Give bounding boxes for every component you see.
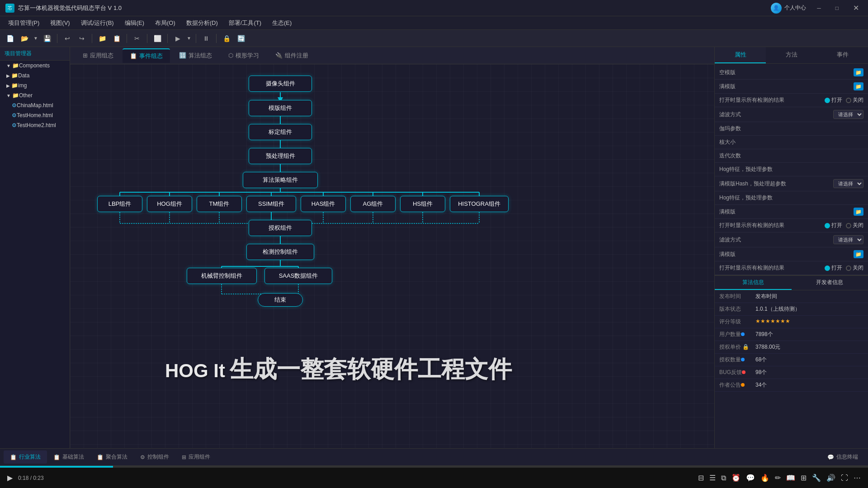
brush-btn[interactable]: ✏ xyxy=(775,474,781,482)
video-controls: ▶ 0:18 / 0:23 ⊟ ☰ ⧉ ⏰ 💬 🔥 ✏ 📖 ⊞ 🔧 🔊 ⛶ ⋯ xyxy=(0,468,868,488)
node-tm[interactable]: TM组件 xyxy=(197,196,242,212)
node-histogram[interactable]: HISTOGRA组件 xyxy=(450,196,509,212)
menu-project[interactable]: 项目管理(P) xyxy=(4,17,44,29)
tree-item-data[interactable]: ▶ 📁 Data xyxy=(0,71,70,81)
node-lbp[interactable]: LBP组件 xyxy=(97,196,142,212)
fire-btn[interactable]: 🔥 xyxy=(760,474,769,482)
canvas-area[interactable]: 摄像头组件 模版组件 标定组件 预处理组件 算法策略组件 LBP组件 HOG组件 xyxy=(70,64,714,448)
algo-tab-developer[interactable]: 开发者信息 xyxy=(792,276,868,290)
node-template[interactable]: 模版组件 xyxy=(249,100,312,116)
node-calibrate[interactable]: 标定组件 xyxy=(249,124,312,140)
tree-item-img[interactable]: ▶ 📁 img xyxy=(0,81,70,90)
open-btn[interactable]: 📂 xyxy=(18,33,31,44)
radio-close[interactable]: 关闭 xyxy=(846,96,863,104)
list-btn[interactable]: ☰ xyxy=(709,474,716,482)
filter-method2-select[interactable]: 请选择 xyxy=(833,235,863,244)
tab-comp-register[interactable]: 🔌 组件注册 xyxy=(268,49,316,62)
radio-open2[interactable]: 打开 xyxy=(825,222,842,229)
tab-model-learning[interactable]: ⬡ 模形学习 xyxy=(221,49,266,62)
pause-btn[interactable]: ⏸ xyxy=(200,33,212,44)
special-btn[interactable]: ⊞ xyxy=(801,474,807,482)
minimize-button[interactable]: ─ xyxy=(813,3,825,13)
node-preprocess[interactable]: 预处理组件 xyxy=(249,148,312,164)
node-ssim[interactable]: SSIM组件 xyxy=(246,196,296,212)
menu-layout[interactable]: 布局(O) xyxy=(151,17,180,29)
tree-label: TestHome2.html xyxy=(17,122,56,128)
bottom-tab-basic-algo[interactable]: 📋 基础算法 xyxy=(47,450,90,464)
filter-method-select[interactable]: 请选择 xyxy=(833,110,863,119)
redo-btn[interactable]: ↪ xyxy=(75,33,88,44)
user-info[interactable]: 👤 个人中心 xyxy=(771,3,806,14)
folder-open-btn[interactable]: 📁 xyxy=(96,33,108,44)
full-template2-folder-btn[interactable]: 📁 xyxy=(854,208,863,216)
fullscreen-btn[interactable]: ⛶ xyxy=(841,474,848,482)
node-has[interactable]: HAS组件 xyxy=(301,196,346,212)
rpanel-tab-method[interactable]: 方法 xyxy=(766,47,817,63)
rpanel-tab-property[interactable]: 属性 xyxy=(715,47,766,63)
tab-app-state[interactable]: ⊞ 应用组态 xyxy=(75,49,121,62)
tree-item-testhome2[interactable]: ⚙ TestHome2.html xyxy=(0,120,70,130)
radio-close3[interactable]: 关闭 xyxy=(846,264,863,272)
open-dropdown-btn[interactable]: ▼ xyxy=(33,33,39,44)
algo-tab-info[interactable]: 算法信息 xyxy=(715,276,792,290)
node-saas-data[interactable]: SAAS数据组件 xyxy=(264,268,332,284)
new-file-btn[interactable]: 📄 xyxy=(4,33,16,44)
volume-btn[interactable]: 🔊 xyxy=(826,474,835,482)
menu-eco[interactable]: 生态(E) xyxy=(268,17,296,29)
play-dropdown-btn[interactable]: ▼ xyxy=(186,33,192,44)
play-pause-btn[interactable]: ▶ xyxy=(7,474,13,482)
tree-item-components[interactable]: ▼ 📁 Components xyxy=(0,61,70,71)
tab-algo-state[interactable]: 🔢 算法组态 xyxy=(172,49,219,62)
node-mech-ctrl[interactable]: 机械臂控制组件 xyxy=(187,268,257,284)
node-auth[interactable]: 授权组件 xyxy=(249,220,312,236)
play-btn[interactable]: ▶ xyxy=(171,33,184,44)
tool-btn[interactable]: 🔧 xyxy=(812,474,821,482)
radio-open[interactable]: 打开 xyxy=(825,96,842,104)
bottom-tab-ctrl-comp[interactable]: ⚙ 控制组件 xyxy=(134,450,175,464)
chat-btn[interactable]: 💬 xyxy=(746,474,755,482)
bottom-tab-industry-algo[interactable]: 📋 行业算法 xyxy=(4,450,47,464)
node-camera[interactable]: 摄像头组件 xyxy=(249,76,312,92)
close-button[interactable]: ✕ xyxy=(849,2,863,14)
menu-view[interactable]: 视图(V) xyxy=(46,17,74,29)
tree-item-testhome[interactable]: ⚙ TestHome.html xyxy=(0,110,70,120)
algo-info-value: 34个 xyxy=(755,381,863,389)
progress-bar-container[interactable] xyxy=(0,466,868,468)
fullscreen-btn[interactable]: ⬜ xyxy=(151,33,164,44)
undo-btn[interactable]: ↩ xyxy=(61,33,74,44)
bottom-tab-app-comp[interactable]: ⊞ 应用组件 xyxy=(175,450,217,464)
lock-btn[interactable]: 🔒 xyxy=(220,33,233,44)
menu-edit[interactable]: 编辑(E) xyxy=(120,17,149,29)
node-end[interactable]: 结束 xyxy=(258,293,303,307)
rpanel-tab-event[interactable]: 事件 xyxy=(817,47,868,63)
refresh-btn[interactable]: 🔄 xyxy=(235,33,247,44)
node-detect-ctrl[interactable]: 检测控制组件 xyxy=(246,244,314,260)
empty-template-folder-btn[interactable]: 📁 xyxy=(854,68,863,76)
node-hs[interactable]: HS组件 xyxy=(400,196,445,212)
node-ag[interactable]: AG组件 xyxy=(350,196,396,212)
radio-open3[interactable]: 打开 xyxy=(825,264,842,272)
cut-btn[interactable]: ✂ xyxy=(131,33,143,44)
node-algo-strategy[interactable]: 算法策略组件 xyxy=(243,172,318,188)
menu-deploy[interactable]: 部署/工具(T) xyxy=(224,17,266,29)
folder-save-btn[interactable]: 📋 xyxy=(110,33,123,44)
book-btn[interactable]: 📖 xyxy=(786,474,795,482)
alarm-btn[interactable]: ⏰ xyxy=(731,474,741,482)
thumbnail-btn[interactable]: ⊟ xyxy=(698,474,704,482)
full-template-folder-btn[interactable]: 📁 xyxy=(854,82,863,90)
menu-data[interactable]: 数据分析(D) xyxy=(182,17,222,29)
radio-close2[interactable]: 关闭 xyxy=(846,222,863,229)
more-btn[interactable]: ⋯ xyxy=(854,474,861,482)
maximize-button[interactable]: □ xyxy=(832,3,842,13)
save-btn[interactable]: 💾 xyxy=(41,33,53,44)
full-template3-folder-btn[interactable]: 📁 xyxy=(854,250,863,258)
tree-item-chinamap[interactable]: ⚙ ChinaMap.html xyxy=(0,100,70,110)
menu-debug[interactable]: 调试/运行(B) xyxy=(76,17,118,29)
tree-item-other[interactable]: ▼ 📁 Other xyxy=(0,90,70,100)
filter-btn[interactable]: ⧉ xyxy=(721,474,726,482)
bottom-tab-info-terminal[interactable]: 💬 信息终端 xyxy=(821,450,864,464)
bottom-tab-agg-algo[interactable]: 📋 聚合算法 xyxy=(90,450,134,464)
node-hog[interactable]: HOG组件 xyxy=(147,196,192,212)
tab-event-state[interactable]: 📋 事件组态 xyxy=(123,48,170,63)
template-hash-select[interactable]: 请选择 xyxy=(833,179,863,188)
